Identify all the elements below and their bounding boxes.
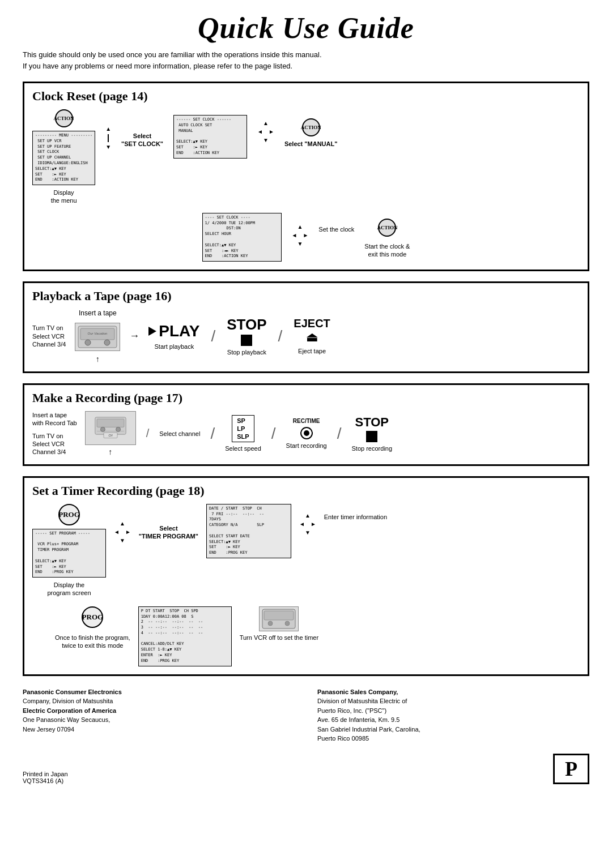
footer-right-state: Puerto Rico 00985 [317,735,369,742]
prog-icon-2: PROG [82,606,103,628]
playback-title: Playback a Tape (page 16) [32,289,580,303]
slash-rec-3: / [271,425,276,443]
rec-insert-label: Insert a tape with Record Tab [32,411,77,427]
set-clock-label: Set the clock [318,225,354,233]
rec-dot [300,427,313,439]
footer-right-company: Panasonic Sales Company, [317,689,398,695]
timer-left-arrow-2: ◄ [299,521,305,527]
footer-right-company2: Division of Matsushita Electric of [317,698,407,704]
up-arrow-icon-2: ▲ [263,121,269,126]
timer-prog-col-2: PROG Once to finish the program, twice t… [55,606,130,650]
display-program-label: Display the program screen [47,581,91,597]
timer-arrow-1: ▲ ◄ ► ▼ [114,521,131,544]
svg-rect-6 [97,419,124,427]
timer-right-arrow: ► [125,529,131,535]
timer-right-arrow-2: ► [311,521,316,527]
eject-tape-label: Eject tape [298,347,326,355]
channel-label: Select channel [159,430,200,438]
play-col: PLAY Start playback [148,322,199,350]
right-arrow-3: ► [303,233,308,238]
select-timer-col: Select "TIMER PROGRAM" [139,524,198,541]
footer-left-address: One Panasonic Way Secaucus, [23,716,110,723]
display-menu-label: Display the menu [51,189,77,205]
svg-point-3 [104,340,110,345]
left-arrow-icon: ◄ [257,129,263,135]
enter-timer-label: Enter timer information [324,513,387,521]
footer-right: Panasonic Sales Company, Division of Mat… [317,687,589,743]
stop-recording-label: Stop recording [352,444,393,452]
footer-left: Panasonic Consumer Electronics Company, … [23,687,295,743]
slash-1: / [211,327,215,345]
svg-point-8 [116,427,120,431]
tape-insert-col: Insert a tape Our Vacation ↑ [75,309,120,364]
footer-right-company3: Puerto Rico, Inc. ("PSC") [317,707,386,714]
start-clock-col: ACTION Start the clock & exit this mode [364,219,410,259]
playback-section: Playback a Tape (page 16) Turn TV on Sel… [23,281,589,373]
tv-on-col: Turn TV on Select VCR Channel 3/4 [32,324,66,348]
timer-left-arrow: ◄ [114,529,120,535]
start-playback-label: Start playback [155,343,194,350]
down-arrow-3: ▼ [298,241,303,247]
arrow-select-3: ▲ ◄ ► ▼ [292,224,309,247]
p-logo: P [553,754,589,784]
slash-rec-1: / [146,427,150,440]
insert-tape-label: Insert a tape [79,309,117,318]
vcr-off-graphic [259,606,299,631]
rectime-col: REC/TIME Start recording [286,417,327,450]
rec-tape-graphic: CH [85,411,136,445]
prog-icon: PROG [58,504,80,525]
set-program-screen: ----- SET PROGRAM ----- VCR Plus+ PROGRA… [32,529,106,578]
clock-step1: ACTION --------- MENU --------- SET UP V… [32,109,95,205]
timer-down-arrow: ▼ [120,538,125,544]
timer-up-arrow-2: ▲ [305,513,311,519]
select-timer-label: Select "TIMER PROGRAM" [139,524,198,541]
down-arrow-icon-2: ▼ [263,138,269,143]
set-clock-detail-screen: ---- SET CLOCK ---- 1/ 4/2000 TUE 12:00P… [202,213,282,262]
recording-section: Make a Recording (page 17) Insert a tape… [23,383,589,466]
stop-square-icon [241,335,252,346]
timer-prog-col: PROG ----- SET PROGRAM ----- VCR Plus+ P… [32,504,106,597]
slash-rec-2: / [210,425,215,443]
arrow-select-1: ▲ ▼ [105,126,111,150]
select-set-clock: Select "SET CLOCK" [121,132,163,148]
select-manual-label: Select "MANUAL" [284,140,338,148]
action-button-2: ACTION [302,118,320,136]
rec-inner-dot [304,430,309,436]
action-button-1: ACTION [55,109,73,127]
vcr-off-col: Turn VCR off to set the timer [240,606,318,642]
rec-stop-button: STOP [355,415,389,442]
speed-slp: SLP [237,433,249,440]
vcr-off-label: Turn VCR off to set the timer [240,634,318,642]
timer-info-screen: DATE / START STOP CH 7 FRI --:-- --:-- -… [206,504,291,558]
speed-lp: LP [237,425,245,432]
start-recording-label: Start recording [286,442,327,450]
stop-text: STOP [227,316,266,333]
play-button: PLAY [148,322,199,340]
tv-on-label: Turn TV on Select VCR Channel 3/4 [32,324,66,348]
eject-icon: ⏏ [306,330,318,345]
svg-point-2 [85,340,91,345]
slash-2: / [278,327,283,345]
timer-arrow-2: ▲ ◄ ► ▼ [299,513,316,536]
select-speed-label: Select speed [225,444,261,452]
rec-tv-label: Turn TV on Select VCR Channel 3/4 [32,432,66,456]
footer-right-city: San Gabriel Industrial Park, Carolina, [317,726,420,733]
recording-title: Make a Recording (page 17) [32,391,580,405]
rec-stop-col: STOP Stop recording [352,415,393,452]
speed-sp: SP [237,417,245,424]
footer: Panasonic Consumer Electronics Company, … [23,687,589,743]
svg-point-15 [285,621,290,626]
arrow-select-2: ▲ ◄ ► ▼ [257,121,274,143]
clock-reset-section: Clock Reset (page 14) ACTION --------- M… [23,82,589,271]
stop-playback-label: Stop playback [227,348,266,356]
action-button-3: ACTION [378,219,396,237]
left-arrow-3: ◄ [292,233,298,238]
select-set-clock-label: Select "SET CLOCK" [121,132,163,148]
program-list-screen: P DT START STOP CH SPD 1DAY 0:00A12:00A … [138,606,232,666]
svg-point-14 [268,621,273,626]
speed-box: SP LP SLP [232,415,254,442]
rec-tv-col: Insert a tape with Record Tab Turn TV on… [32,411,77,456]
main-title: Quick Use Guide [23,11,589,45]
footer-left-company: Panasonic Consumer Electronics [23,689,122,695]
eject-button: EJECT ⏏ [294,317,330,345]
